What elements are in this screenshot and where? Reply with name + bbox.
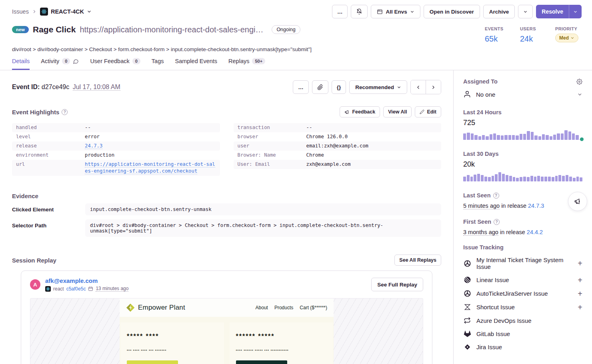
tab-activity[interactable]: Activity 0 xyxy=(41,58,79,70)
last-24-hours-title: Last 24 Hours xyxy=(463,109,502,115)
replay-viewport: Empower Plant About Products Cart ($****… xyxy=(120,298,334,364)
table-row: useremail:zxh@example.com xyxy=(234,141,442,151)
table-row: browserChrome 126.0.0 xyxy=(234,132,442,141)
react-project-icon xyxy=(45,286,51,292)
help-icon[interactable]: ? xyxy=(62,109,68,115)
next-event-button[interactable] xyxy=(426,80,441,94)
archive-dropdown-button[interactable] xyxy=(518,5,533,18)
issue-header: new Rage Click https://application-monit… xyxy=(0,22,592,44)
previous-event-button[interactable] xyxy=(411,80,426,94)
breadcrumb-issues-link[interactable]: Issues xyxy=(12,8,29,15)
tab-tags[interactable]: Tags xyxy=(152,58,164,70)
add-to-cart-button: Add to cart — $****** xyxy=(127,360,178,364)
ticket-triage-icon xyxy=(463,260,471,267)
first-seen-time[interactable]: 3 months ago xyxy=(463,229,498,236)
chevron-right-icon xyxy=(32,9,37,14)
last-seen-time[interactable]: 5 minutes ago xyxy=(463,203,500,209)
tab-replays[interactable]: Replays 50+ xyxy=(228,58,265,70)
environment-selector[interactable]: All Envs xyxy=(371,5,420,18)
replay-time-ago[interactable]: 13 minutes ago xyxy=(96,286,128,292)
megaphone-icon xyxy=(574,198,581,205)
list-item: Linear Issue + xyxy=(463,276,582,284)
mute-alerts-button[interactable] xyxy=(351,5,368,18)
last-seen-release-link[interactable]: 24.7.3 xyxy=(528,203,544,209)
see-all-replays-button[interactable]: See All Replays xyxy=(394,255,441,266)
replay-user-link[interactable]: afk@example.com xyxy=(45,277,371,284)
see-full-replay-button[interactable]: See Full Replay xyxy=(371,278,423,291)
bell-slash-icon xyxy=(356,8,362,15)
comment-bubble-icon[interactable] xyxy=(73,58,79,64)
sidebar: Assigned To No one Last 24 Hours 725 Las… xyxy=(453,70,592,364)
vp-nav-cart: Cart ($******) xyxy=(300,305,327,310)
first-seen-release-link[interactable]: 24.4.2 xyxy=(527,229,543,235)
top-actions: … All Envs Open in Discover Archive Reso… xyxy=(332,5,582,18)
edit-highlights-button[interactable]: Edit xyxy=(415,106,441,117)
users-label: USERS xyxy=(520,26,542,31)
resolve-button[interactable]: Resolve xyxy=(536,5,569,18)
event-selector-dropdown[interactable]: Recommended xyxy=(349,80,407,94)
tab-sampled-events[interactable]: Sampled Events xyxy=(175,58,217,70)
project-switcher[interactable]: REACT-4CK xyxy=(40,8,92,16)
avatar: A xyxy=(30,279,40,290)
chevron-down-icon xyxy=(570,36,574,40)
view-all-button[interactable]: View All xyxy=(383,106,412,117)
add-to-cart-button: Add to cart — $****** xyxy=(236,360,287,364)
evidence-row: Selector Path div#root > div#body-contai… xyxy=(12,219,441,237)
list-item: Azure DevOps Issue xyxy=(463,317,582,324)
last-30-days-section: Last 30 Days 20k xyxy=(463,151,582,181)
floating-feedback-button[interactable] xyxy=(568,192,587,211)
issue-tabs: Details Activity 0 User Feedback 0 Tags … xyxy=(0,52,592,70)
tab-user-feedback[interactable]: User Feedback 0 xyxy=(90,58,140,70)
more-actions-button[interactable]: … xyxy=(332,5,348,18)
attachments-button[interactable] xyxy=(312,80,328,94)
clicked-element-value: input.complete-checkout-btn.sentry-unmas… xyxy=(85,203,441,215)
vp-nav-products: Products xyxy=(274,305,293,310)
gear-icon[interactable] xyxy=(576,79,582,85)
url-link[interactable]: https://application-monitoring-react-dot… xyxy=(85,161,215,174)
users-count[interactable]: 24k xyxy=(520,34,542,44)
help-icon[interactable]: ? xyxy=(494,219,500,225)
assigned-to-title: Assigned To xyxy=(463,78,498,85)
add-issue-button[interactable]: + xyxy=(578,291,582,296)
replay-card: A afk@example.com react c5af0e5c 13 minu… xyxy=(21,271,432,364)
breadcrumb: Issues REACT-4CK xyxy=(12,8,92,16)
archive-button[interactable]: Archive xyxy=(483,5,515,18)
recommended-label: Recommended xyxy=(355,84,394,90)
events-count[interactable]: 65k xyxy=(485,34,506,44)
tab-details[interactable]: Details xyxy=(12,58,30,70)
shortcut-icon xyxy=(463,303,471,311)
add-issue-button[interactable]: + xyxy=(578,261,582,266)
calendar-icon xyxy=(88,286,93,291)
replay-id-link[interactable]: c5af0e5c xyxy=(66,286,86,292)
resolve-dropdown-button[interactable] xyxy=(569,5,582,18)
highlights-table-left: handled-- levelerror release24.7.3 envir… xyxy=(12,123,220,176)
chevron-down-icon xyxy=(87,9,92,14)
event-id-label: Event ID: xyxy=(12,84,40,90)
view-json-button[interactable]: {} xyxy=(332,80,346,94)
highlights-table-right: transaction-- browserChrome 126.0.0 user… xyxy=(234,123,442,169)
issue-stats: EVENTS 65k USERS 24k PRIORITY Med xyxy=(485,25,578,44)
replay-preview[interactable]: Empower Plant About Products Cart ($****… xyxy=(30,298,423,364)
assignee-selector[interactable]: No one xyxy=(463,90,582,98)
event-more-button[interactable]: … xyxy=(293,80,309,94)
issue-details-page: Issues REACT-4CK … xyxy=(0,0,592,364)
list-item: Shortcut Issue + xyxy=(463,303,582,311)
selector-path-value: div#root > div#body-container > Checkout… xyxy=(85,219,441,237)
priority-selector[interactable]: Med xyxy=(555,34,578,42)
add-issue-button[interactable]: + xyxy=(578,277,582,283)
first-seen-mid: in release xyxy=(500,229,525,235)
priority-value: Med xyxy=(559,35,569,41)
table-row: handled-- xyxy=(12,123,220,132)
empower-plant-logo-icon xyxy=(126,303,135,312)
chevron-down-icon xyxy=(410,10,414,14)
paperclip-icon xyxy=(317,84,323,90)
substatus-badge: Ongoing xyxy=(272,25,300,34)
linear-icon xyxy=(463,276,471,284)
help-icon[interactable]: ? xyxy=(493,193,499,199)
release-link[interactable]: 24.7.3 xyxy=(85,143,102,149)
add-issue-button[interactable]: + xyxy=(578,304,582,310)
event-timestamp[interactable]: Jul 17, 10:08 AM xyxy=(73,84,120,91)
selector-path-label: Selector Path xyxy=(12,219,85,229)
feedback-button[interactable]: Feedback xyxy=(340,106,380,117)
open-in-discover-button[interactable]: Open in Discover xyxy=(424,5,480,18)
